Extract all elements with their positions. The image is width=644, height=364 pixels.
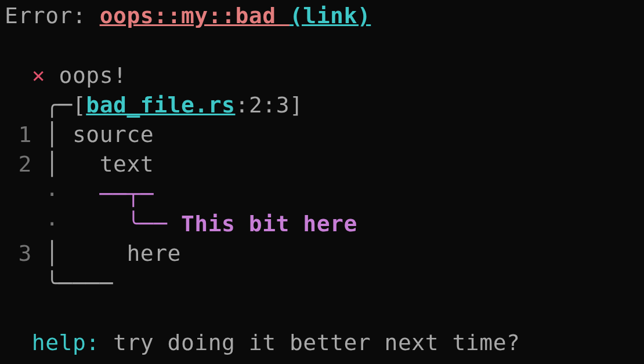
error-message: oops! [59, 63, 127, 88]
box-vline: │ [45, 241, 59, 266]
cross-icon: × [32, 63, 45, 88]
box-vline: │ [45, 122, 59, 147]
code-line: source [73, 122, 154, 147]
box-hline: ──── [59, 271, 114, 296]
error-doc-link[interactable]: (link) [290, 3, 371, 28]
box-vline: │ [45, 151, 59, 177]
help-text: try doing it better next time? [113, 330, 520, 355]
source-line: 2 [249, 92, 262, 118]
box-corner-tl: ╭ [45, 92, 59, 118]
box-hline: ─ [59, 92, 73, 118]
error-label: Error: [5, 3, 100, 28]
box-corner-bl: ╰ [45, 271, 59, 296]
underline-marker: ──┬─ [100, 181, 154, 207]
code-line: here [73, 241, 181, 266]
line-number: 2 [18, 151, 31, 177]
gutter-dot: · [45, 181, 59, 207]
error-code-link[interactable]: oops::my::bad [100, 3, 290, 28]
source-file-link[interactable]: bad_file.rs [86, 92, 235, 118]
code-line: text [73, 151, 154, 177]
line-number: 3 [18, 241, 31, 266]
underline-arm: ╰── [126, 211, 181, 236]
line-number: 1 [18, 122, 31, 147]
source-col: 3 [276, 92, 290, 118]
gutter-dot: · [45, 211, 59, 236]
help-label: help: [32, 330, 113, 355]
annotation-text: This bit here [181, 211, 357, 236]
